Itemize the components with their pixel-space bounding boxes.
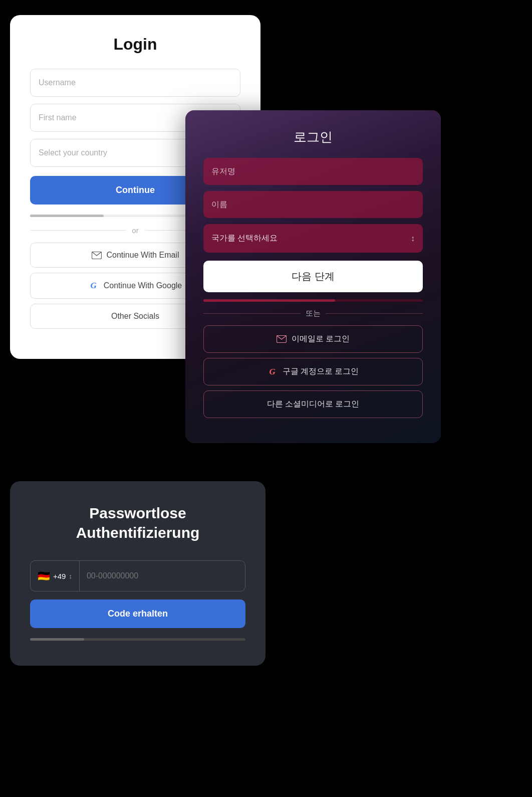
korean-country-select[interactable]: 국가를 선택하세요 ↕ (203, 224, 423, 253)
google-icon: G (268, 367, 278, 377)
korean-title: 로그인 (203, 128, 423, 146)
german-title: Passwortlose Authentifizierung (30, 503, 245, 542)
chevron-up-down-icon: ↕ (69, 572, 72, 580)
korean-card-content: 로그인 국가를 선택하세요 ↕ 다음 단계 또는 이메일로 로그인 G (185, 110, 441, 443)
korean-progress-area (203, 299, 423, 302)
korean-google-button[interactable]: G 구글 계정으로 로그인 (203, 358, 423, 385)
korean-or-divider: 또는 (203, 309, 423, 318)
korean-login-card: 로그인 국가를 선택하세요 ↕ 다음 단계 또는 이메일로 로그인 G (185, 110, 441, 443)
german-progress-fill (30, 638, 84, 641)
progress-fill (30, 215, 104, 217)
chevron-icon: ↕ (411, 234, 415, 243)
korean-email-button[interactable]: 이메일로 로그인 (203, 325, 423, 353)
german-progress-track (30, 638, 245, 641)
german-auth-card: Passwortlose Authentifizierung 🇩🇪 +49 ↕ … (10, 481, 265, 666)
white-title: Login (30, 35, 240, 54)
korean-or-line-left (203, 313, 301, 314)
korean-firstname-input[interactable] (203, 191, 423, 218)
mail-icon (92, 252, 102, 259)
korean-other-socials-button[interactable]: 다른 소셜미디어로 로그인 (203, 390, 423, 418)
username-input[interactable] (30, 69, 240, 97)
country-code-selector[interactable]: 🇩🇪 +49 ↕ (31, 561, 80, 591)
flag-icon: 🇩🇪 (38, 570, 50, 582)
korean-or-line-right (326, 313, 423, 314)
or-line-left (30, 230, 126, 231)
korean-continue-button[interactable]: 다음 단계 (203, 261, 423, 292)
korean-progress-fill (203, 299, 335, 302)
google-icon: G (89, 281, 99, 291)
get-code-button[interactable]: Code erhalten (30, 600, 245, 628)
mail-icon (277, 335, 287, 343)
korean-progress-track (203, 299, 423, 302)
german-progress-area (30, 638, 245, 641)
korean-username-input[interactable] (203, 158, 423, 185)
phone-row: 🇩🇪 +49 ↕ (30, 560, 245, 591)
country-code-value: +49 (53, 572, 66, 580)
phone-input[interactable] (80, 562, 245, 589)
